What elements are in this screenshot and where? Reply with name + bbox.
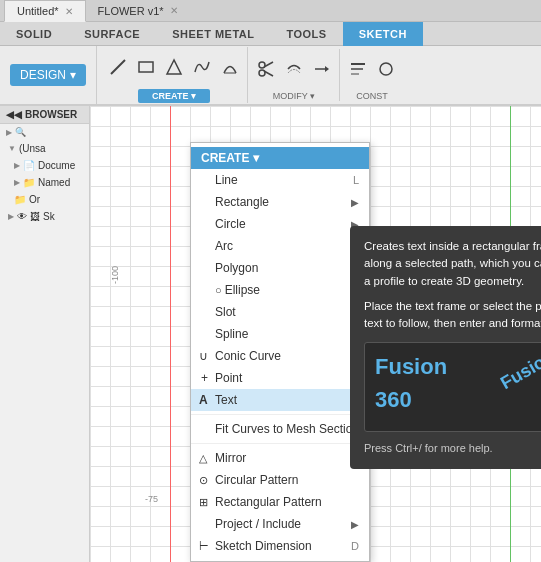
svg-rect-1 — [139, 62, 153, 72]
menu-item-point[interactable]: + Point — [191, 367, 369, 389]
tool-triangle-icon[interactable] — [161, 47, 187, 87]
menu-item-text[interactable]: A Text ⋯ — [191, 389, 369, 411]
browser-item-named[interactable]: ▶ 📁 Named — [0, 174, 89, 191]
tab-bar: Untitled* ✕ FLOWER v1* ✕ — [0, 0, 541, 22]
menu-item-conic-curve[interactable]: ∪ Conic Curve — [191, 345, 369, 367]
tool-constraint-icon[interactable] — [345, 49, 371, 89]
tool-circle2-icon[interactable] — [373, 49, 399, 89]
tab-close-btn[interactable]: ✕ — [65, 6, 73, 17]
menu-item-sketch-dimension[interactable]: ⊢ Sketch Dimension D — [191, 535, 369, 557]
menu-separator — [191, 414, 369, 415]
tooltip-preview-text2: Fusion 360 — [496, 342, 541, 397]
const-group: CONST — [341, 49, 403, 101]
nav-bar: SOLID SURFACE SHEET METAL TOOLS SKETCH — [0, 22, 541, 46]
tool-arc-icon[interactable] — [217, 47, 243, 87]
svg-marker-9 — [325, 66, 329, 72]
ruler-label-v: -100 — [110, 266, 120, 284]
tool-line-icon[interactable] — [105, 47, 131, 87]
browser-panel: ◀◀ BROWSER ▶ 🔍 ▼ (Unsa ▶ 📄 Docume ▶ 📁 Na… — [0, 106, 90, 562]
menu-item-circle[interactable]: Circle ▶ — [191, 213, 369, 235]
main-area: ◀◀ BROWSER ▶ 🔍 ▼ (Unsa ▶ 📄 Docume ▶ 📁 Na… — [0, 106, 541, 562]
create-menu-header[interactable]: CREATE ▾ — [191, 147, 369, 169]
browser-item-document[interactable]: ▶ 📄 Docume — [0, 157, 89, 174]
tooltip-desc1: Creates text inside a rectangular frame … — [364, 238, 541, 290]
tool-offset-icon[interactable] — [281, 49, 307, 89]
nav-tab-sheetmetal[interactable]: SHEET METAL — [156, 22, 270, 46]
axis-vertical-red — [170, 106, 171, 562]
tab-close-btn[interactable]: ✕ — [170, 5, 178, 16]
menu-item-line[interactable]: Line L — [191, 169, 369, 191]
menu-item-slot[interactable]: Slot ▶ — [191, 301, 369, 323]
canvas-area: -100 -75 CREATE ▾ Line L Rectangle ▶ Cir… — [90, 106, 541, 562]
tab-untitled[interactable]: Untitled* ✕ — [4, 0, 86, 22]
svg-point-13 — [380, 63, 392, 75]
browser-item-root[interactable]: ▶ 🔍 — [0, 124, 89, 140]
toolbar-icons-area: CREATE ▾ — [97, 46, 541, 104]
menu-item-mirror[interactable]: △ Mirror — [191, 447, 369, 469]
menu-item-spline[interactable]: Spline ▶ — [191, 323, 369, 345]
nav-tab-surface[interactable]: SURFACE — [68, 22, 156, 46]
tooltip-preview-text1: Fusion 360 — [375, 350, 447, 416]
menu-item-project-include[interactable]: Project / Include ▶ — [191, 513, 369, 535]
create-dropdown-menu: CREATE ▾ Line L Rectangle ▶ Circle ▶ Arc… — [190, 142, 370, 562]
svg-line-0 — [111, 60, 125, 74]
modify-label[interactable]: MODIFY ▾ — [273, 91, 315, 101]
svg-marker-2 — [167, 60, 181, 74]
tooltip-preview: Fusion 360 Fusion 360 — [364, 342, 541, 432]
ruler-label-h: -75 — [145, 494, 158, 504]
main-toolbar: DESIGN ▾ — [0, 46, 541, 106]
tab-flower[interactable]: FLOWER v1* ✕ — [86, 0, 190, 22]
tool-curve-icon[interactable] — [189, 47, 215, 87]
menu-item-arc[interactable]: Arc ▶ — [191, 235, 369, 257]
menu-item-rectangle[interactable]: Rectangle ▶ — [191, 191, 369, 213]
tab-label: Untitled* — [17, 5, 59, 17]
nav-tab-tools[interactable]: TOOLS — [270, 22, 342, 46]
browser-item-origin[interactable]: 📁 Or — [0, 191, 89, 208]
create-group: CREATE ▾ — [101, 47, 248, 103]
tooltip-footer: Press Ctrl+/ for more help. — [364, 440, 541, 457]
menu-item-polygon[interactable]: Polygon ▶ — [191, 257, 369, 279]
menu-separator-2 — [191, 443, 369, 444]
menu-item-rectangular-pattern[interactable]: ⊞ Rectangular Pattern — [191, 491, 369, 513]
browser-item-unsaved[interactable]: ▼ (Unsa — [0, 140, 89, 157]
tooltip-box: Creates text inside a rectangular frame … — [350, 226, 541, 469]
tooltip-desc2: Place the text frame or select the path … — [364, 298, 541, 333]
menu-item-ellipse[interactable]: ○ Ellipse — [191, 279, 369, 301]
const-label: CONST — [356, 91, 388, 101]
design-section: DESIGN ▾ — [0, 46, 97, 104]
nav-tab-sketch[interactable]: SKETCH — [343, 22, 423, 46]
tab-label: FLOWER v1* — [98, 5, 164, 17]
menu-item-circular-pattern[interactable]: ⊙ Circular Pattern — [191, 469, 369, 491]
create-label[interactable]: CREATE ▾ — [138, 89, 210, 103]
menu-item-fit-curves[interactable]: Fit Curves to Mesh Section — [191, 418, 369, 440]
tool-rect-icon[interactable] — [133, 47, 159, 87]
tool-extend-icon[interactable] — [309, 49, 335, 89]
modify-group: MODIFY ▾ — [249, 49, 340, 101]
browser-item-sketch[interactable]: ▶ 👁 🖼 Sk — [0, 208, 89, 225]
nav-tab-solid[interactable]: SOLID — [0, 22, 68, 46]
browser-header: ◀◀ BROWSER — [0, 106, 89, 124]
design-button[interactable]: DESIGN ▾ — [10, 64, 86, 86]
tool-scissors-icon[interactable] — [253, 49, 279, 89]
